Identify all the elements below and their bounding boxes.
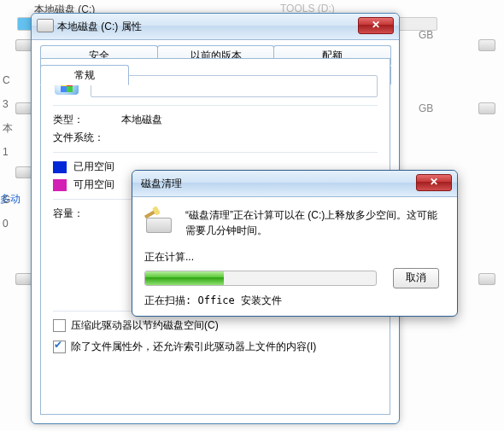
- bg-side-letters: C 3 本 1 G 0: [3, 68, 13, 236]
- drive-icon: [15, 39, 32, 51]
- properties-title: 本地磁盘 (C:) 属性: [57, 20, 142, 34]
- bg-gb-2: GB: [419, 102, 433, 114]
- used-color-swatch: [53, 161, 67, 173]
- type-value: 本地磁盘: [121, 113, 162, 127]
- drive-name-input[interactable]: [91, 75, 378, 97]
- cleanup-icon: [144, 213, 173, 236]
- close-button[interactable]: ✕: [416, 174, 452, 191]
- free-space-label: 可用空间: [73, 178, 114, 192]
- cancel-button[interactable]: 取消: [393, 268, 439, 288]
- index-checkbox[interactable]: [53, 341, 66, 353]
- bg-gb-1: GB: [419, 29, 433, 41]
- cleanup-status-label: 正在计算...: [144, 250, 445, 265]
- compress-checkbox-label: 压缩此驱动器以节约磁盘空间(C): [71, 318, 219, 333]
- compress-checkbox[interactable]: [53, 319, 66, 332]
- free-color-swatch: [53, 179, 67, 191]
- drive-icon: [15, 166, 32, 178]
- scanning-label: 正在扫描:: [144, 294, 191, 306]
- scanning-target: Office 安装文件: [197, 294, 282, 306]
- drive-icon: [478, 273, 495, 285]
- index-checkbox-label: 除了文件属性外，还允许索引此驱动器上文件的内容(I): [71, 340, 316, 354]
- cleanup-progress-bar: [144, 271, 377, 286]
- drive-icon: [15, 102, 32, 114]
- disk-cleanup-dialog: 磁盘清理 ✕ “磁盘清理”正在计算可以在 (C:)上释放多少空间。这可能需要几分…: [132, 170, 458, 317]
- cleanup-message: “磁盘清理”正在计算可以在 (C:)上释放多少空间。这可能需要几分钟时间。: [185, 207, 445, 238]
- cleanup-titlebar[interactable]: 磁盘清理 ✕: [132, 171, 457, 197]
- drive-icon: [37, 19, 54, 32]
- used-space-label: 已用空间: [73, 160, 114, 174]
- cleanup-progress-fill: [145, 271, 224, 285]
- drive-icon: [478, 39, 495, 51]
- separator: [53, 105, 378, 106]
- capacity-label: 容量：: [53, 207, 121, 221]
- cleanup-title: 磁盘清理: [141, 177, 182, 191]
- type-label: 类型：: [53, 113, 121, 127]
- separator: [53, 152, 378, 153]
- tab-general[interactable]: 常规: [40, 65, 129, 85]
- properties-titlebar[interactable]: 本地磁盘 (C:) 属性 ✕: [32, 14, 399, 40]
- drive-icon: [15, 273, 32, 285]
- close-button[interactable]: ✕: [358, 17, 394, 34]
- drive-icon: [478, 102, 495, 114]
- filesystem-label: 文件系统：: [53, 131, 121, 145]
